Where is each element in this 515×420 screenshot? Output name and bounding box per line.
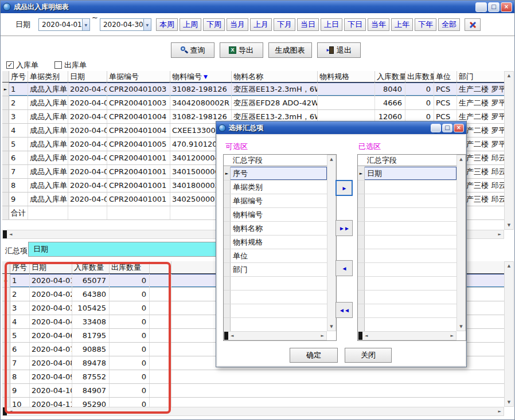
- ok-button[interactable]: 确定: [290, 348, 338, 363]
- scroll-right-icon[interactable]: ►: [319, 332, 326, 340]
- list-vertical-scrollbar[interactable]: ▲ ▼: [327, 155, 336, 331]
- summary-field-input[interactable]: 日期: [28, 242, 216, 257]
- exit-button[interactable]: ► 退出: [317, 42, 361, 58]
- total-label: 合计: [9, 206, 28, 219]
- list-item[interactable]: 物料编号: [224, 208, 327, 222]
- quick-last-year-button[interactable]: 上年: [391, 18, 413, 31]
- move-all-right-button[interactable]: ►►: [335, 220, 353, 236]
- chevron-down-icon[interactable]: ▼: [143, 19, 151, 30]
- col-header-in-qty[interactable]: 入库数量: [375, 71, 405, 82]
- col-header-in-qty[interactable]: 入库数量: [72, 261, 110, 273]
- dialog-titlebar[interactable]: 选择汇总项 _ □ ×: [216, 121, 466, 134]
- export-button[interactable]: X 导出: [220, 42, 263, 58]
- quick-last-week-button[interactable]: 上周: [180, 18, 201, 31]
- col-header-material-spec[interactable]: 物料规格: [318, 71, 375, 82]
- list-horizontal-scrollbar[interactable]: ◄ ►: [224, 331, 327, 340]
- scroll-up-icon[interactable]: ▲: [327, 155, 335, 163]
- scroll-down-icon[interactable]: ▼: [327, 323, 335, 331]
- list-item[interactable]: 物料规格: [224, 235, 327, 249]
- quick-this-week-button[interactable]: 本周: [156, 18, 178, 31]
- summary-row[interactable]: 82020-04-09875520: [2, 370, 504, 384]
- tools-button[interactable]: [465, 18, 481, 31]
- unchecked-checkbox-icon[interactable]: [54, 61, 62, 69]
- detail-table-header: 序号 单据类别 日期 单据编号 物料编号 ▼ 物料名称 物料规格 入库数量 出库…: [2, 71, 504, 83]
- list-item[interactable]: ►日期: [358, 167, 457, 180]
- scroll-down-icon[interactable]: ▼: [505, 398, 513, 406]
- date-to-combobox[interactable]: 2020-04-30 ▼: [100, 18, 151, 31]
- col-header-unit[interactable]: 单位: [434, 71, 457, 82]
- row-marker-icon: ►: [2, 274, 10, 287]
- checked-checkbox-icon[interactable]: ✓: [6, 61, 14, 69]
- quick-next-month-button[interactable]: 下月: [274, 18, 295, 31]
- quick-last-month-button[interactable]: 上月: [250, 18, 272, 31]
- generate-chart-button[interactable]: 生成图表: [268, 42, 312, 58]
- col-header-date[interactable]: 日期: [30, 261, 72, 273]
- scroll-left-icon[interactable]: ◄: [7, 407, 14, 415]
- col-header-seq[interactable]: 序号: [9, 71, 28, 82]
- selected-area-label: 已选区: [358, 142, 381, 152]
- summary-horizontal-scrollbar[interactable]: ◄ ►: [2, 407, 504, 416]
- summary-row[interactable]: 102020-04-11952900: [2, 398, 504, 407]
- quick-prev-day-button[interactable]: 上日: [321, 18, 342, 31]
- col-header-doc-type[interactable]: 单据类别: [28, 71, 68, 82]
- col-header-seq[interactable]: 序号: [10, 261, 30, 273]
- close-button[interactable]: ×: [501, 2, 512, 12]
- scroll-left-icon[interactable]: ◄: [362, 332, 370, 340]
- quick-this-year-button[interactable]: 当年: [368, 18, 389, 31]
- scroll-right-icon[interactable]: ►: [496, 230, 504, 238]
- scroll-down-icon[interactable]: ▼: [457, 323, 465, 331]
- list-item[interactable]: 部门: [224, 263, 327, 277]
- dialog-close-button[interactable]: ×: [454, 124, 464, 132]
- list-item[interactable]: 单据编号: [224, 194, 327, 208]
- chevron-down-icon[interactable]: ▼: [82, 19, 89, 30]
- scroll-left-icon[interactable]: ◄: [7, 230, 14, 238]
- minimize-icon: _: [435, 127, 438, 133]
- quick-next-year-button[interactable]: 下年: [415, 18, 436, 31]
- scroll-up-icon[interactable]: ▲: [457, 155, 465, 163]
- quick-next-week-button[interactable]: 下周: [203, 18, 225, 31]
- scroll-down-icon[interactable]: ▼: [505, 221, 513, 229]
- list-vertical-scrollbar[interactable]: ▲ ▼: [457, 155, 466, 331]
- close-dialog-button[interactable]: 关闭: [345, 348, 392, 363]
- maximize-button[interactable]: □: [488, 2, 500, 12]
- list-item[interactable]: 单位: [224, 249, 327, 263]
- summary-row[interactable]: 92020-04-10849070: [2, 384, 504, 398]
- scroll-left-icon[interactable]: ◄: [228, 332, 236, 340]
- inbound-checkbox[interactable]: ✓ 入库单: [6, 60, 38, 70]
- summary-vertical-scrollbar[interactable]: ▲ ▼: [504, 261, 514, 407]
- col-header-out-qty[interactable]: 出库数量: [110, 261, 150, 273]
- table-row[interactable]: ► 1成品入库单2020-04-01CPR20040100331082-1981…: [2, 83, 504, 96]
- selected-fields-list: 汇总字段 ►日期 ▲: [357, 154, 466, 341]
- scroll-right-icon[interactable]: ►: [496, 407, 504, 415]
- minimize-button[interactable]: _: [475, 2, 487, 12]
- col-header-material-name[interactable]: 物料名称: [232, 71, 318, 82]
- detail-vertical-scrollbar[interactable]: ▲ ▼: [504, 71, 514, 230]
- quick-today-button[interactable]: 当日: [297, 18, 319, 31]
- quick-next-day-button[interactable]: 下日: [344, 18, 366, 31]
- col-header-date[interactable]: 日期: [68, 71, 107, 82]
- quick-all-button[interactable]: 全部: [438, 18, 460, 31]
- col-header-dept[interactable]: 部门: [457, 71, 504, 82]
- list-horizontal-scrollbar[interactable]: ◄ ►: [358, 331, 457, 340]
- scroll-right-icon[interactable]: ►: [448, 332, 456, 340]
- scroll-up-icon[interactable]: ▲: [505, 262, 513, 270]
- window-titlebar[interactable]: 成品出入库明细表 _ □ ×: [1, 1, 514, 13]
- quick-this-month-button[interactable]: 当月: [227, 18, 248, 31]
- select-summary-dialog: 选择汇总项 _ □ × 可选区 已选区 汇总字段 ►序号 单据类别 单据编号: [216, 121, 467, 367]
- table-row[interactable]: 2成品入库单2020-04-01CPR20040100334042080002R…: [2, 96, 504, 110]
- col-header-material-no[interactable]: 物料编号 ▼: [170, 71, 232, 82]
- query-button[interactable]: 查询: [171, 42, 214, 58]
- move-right-button[interactable]: ►: [335, 180, 353, 196]
- date-from-combobox[interactable]: 2020-04-01 ▼: [38, 18, 90, 31]
- list-item[interactable]: ►序号: [224, 167, 327, 180]
- move-left-button[interactable]: ◄: [335, 260, 353, 276]
- list-item[interactable]: 物料名称: [224, 222, 327, 235]
- col-header-doc-no[interactable]: 单据编号: [107, 71, 170, 82]
- scroll-up-icon[interactable]: ▲: [505, 72, 513, 80]
- move-all-left-button[interactable]: ◄◄: [335, 302, 353, 318]
- col-header-out-qty[interactable]: 出库数量: [405, 71, 434, 82]
- outbound-checkbox[interactable]: 出库单: [54, 60, 87, 70]
- dialog-minimize-button[interactable]: _: [431, 124, 441, 132]
- list-item[interactable]: 单据类别: [224, 180, 327, 194]
- dialog-maximize-button[interactable]: □: [442, 124, 452, 132]
